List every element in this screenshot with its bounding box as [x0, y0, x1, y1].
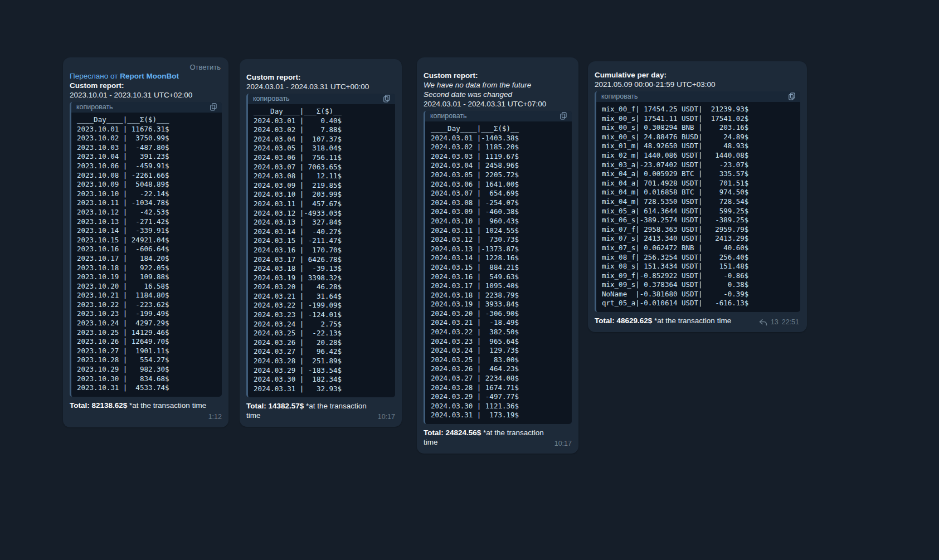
message-bubble-4: Cumulative per day: 2021.05.09 00:00-21:…: [588, 61, 807, 332]
message-title: Custom report:: [424, 71, 572, 80]
report-table: ____Day____|___Σ($)__ 2024.03.01 |-1403.…: [425, 121, 572, 424]
reply-action[interactable]: Ответить: [189, 62, 221, 72]
reply-count: 13: [771, 318, 779, 327]
total-line: Total: 82138.62$ *at the transaction tim…: [70, 401, 222, 410]
code-header[interactable]: копировать: [248, 94, 395, 104]
note-line-2: Second date was changed: [424, 90, 572, 99]
copy-button-label[interactable]: копировать: [430, 111, 467, 121]
code-block: копировать ____Day____|___Σ($)___ 2023.1…: [70, 102, 222, 397]
total-line: Total: 14382.57$ *at the transaction tim…: [246, 401, 395, 420]
forwarded-prefix: Переслано от: [70, 72, 120, 80]
total-value: Total: 14382.57$: [246, 402, 304, 410]
code-block: копировать ____Day____|___Σ($)__ 2024.03…: [246, 94, 395, 397]
code-block: копировать mix_00_f| 17454.25 USDT| 2123…: [595, 91, 800, 312]
total-note: *at the transaction time: [652, 316, 731, 325]
copy-button-label[interactable]: копировать: [253, 94, 290, 104]
reply-arrow-icon: [759, 319, 767, 326]
code-header[interactable]: копировать: [596, 91, 800, 102]
message-time: 10:17: [378, 412, 395, 422]
total-value: Total: 82138.62$: [70, 401, 127, 410]
date-range: 2021.05.09 00:00-21:59 UTC+03:00: [595, 80, 800, 89]
message-bubble-2: Custom report: 2024.03.01 - 2024.03.31 U…: [240, 59, 402, 427]
total-value: Total: 48629.62$: [595, 316, 652, 325]
report-table: mix_00_f| 17454.25 USDT| 21239.93$ mix_0…: [596, 102, 800, 312]
code-header[interactable]: копировать: [71, 102, 222, 113]
message-bubble-1: Ответить Переслано от Report MoonBot Cus…: [63, 57, 228, 427]
date-range: 2024.03.01 - 2024.03.31 UTC+07:00: [424, 99, 572, 109]
date-range: 2024.03.01 - 2024.03.31 UTC+00:00: [246, 82, 395, 91]
copy-icon[interactable]: [789, 92, 795, 100]
message-title: Cumulative per day:: [595, 70, 800, 80]
message-time: 22:51: [782, 318, 799, 327]
copy-button-label[interactable]: копировать: [601, 92, 638, 101]
copy-button-label[interactable]: копировать: [76, 103, 113, 112]
message-time: 1:12: [70, 412, 222, 422]
report-table: ____Day____|___Σ($)___ 2023.10.01 | 1167…: [71, 113, 222, 397]
message-title: Custom report:: [246, 72, 395, 82]
copy-icon[interactable]: [210, 103, 217, 111]
note-line-1: We have no data from the future: [424, 80, 572, 90]
total-note: *at the transaction time: [127, 401, 206, 410]
total-value: Total: 24824.56$: [424, 428, 481, 437]
message-bubble-3: Custom report: We have no data from the …: [417, 57, 578, 454]
message-title: Custom report:: [70, 81, 222, 90]
code-block: копировать ____Day____|___Σ($)__ 2024.03…: [424, 111, 572, 424]
forwarded-from-link[interactable]: Переслано от Report MoonBot: [70, 71, 222, 81]
forwarded-channel-name[interactable]: Report MoonBot: [120, 72, 179, 80]
copy-icon[interactable]: [560, 112, 567, 120]
code-header[interactable]: копировать: [425, 111, 572, 121]
report-table: ____Day____|___Σ($)__ 2024.03.01 | 0.40$…: [248, 104, 395, 397]
date-range: 2023.10.01 - 2023.10.31 UTC+02:00: [70, 90, 222, 100]
copy-icon[interactable]: [383, 95, 390, 103]
message-footer: 13 22:51: [759, 318, 799, 327]
message-time: 10:17: [554, 439, 572, 449]
total-line: Total: 24824.56$ *at the transaction tim…: [424, 428, 572, 447]
chat-background: Ответить Переслано от Report MoonBot Cus…: [0, 0, 939, 560]
